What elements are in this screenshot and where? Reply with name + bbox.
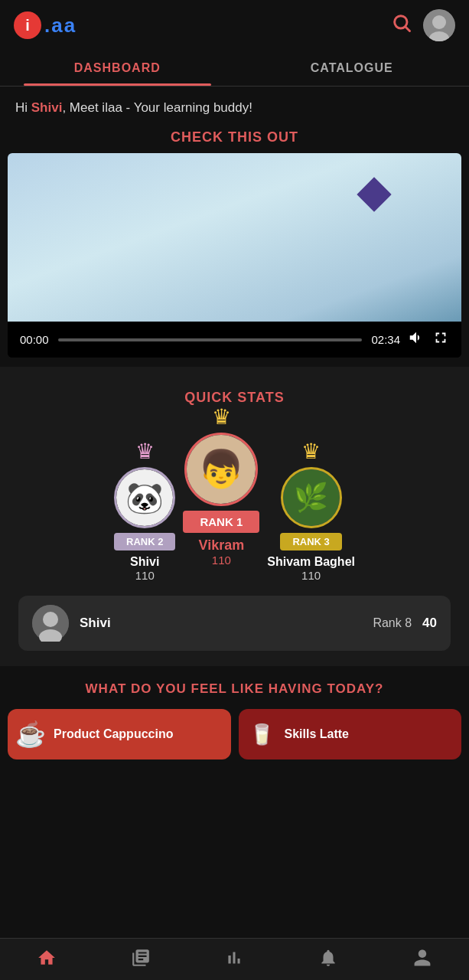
quick-stats-title: QUICK STATS — [11, 390, 458, 406]
rank-score-1: 110 — [212, 554, 231, 567]
rank-score-3: 110 — [301, 569, 321, 582]
svg-point-6 — [43, 612, 58, 627]
rank-name-2: Shivi — [130, 555, 159, 569]
rank-name-1: Vikram — [198, 537, 244, 554]
greeting-name: Shivi — [31, 100, 63, 115]
user-row-avatar — [32, 605, 69, 642]
nav-home[interactable] — [37, 948, 57, 968]
rank-badge-3: RANK 3 — [280, 533, 341, 550]
logo-text: .aa — [44, 14, 77, 38]
tab-catalogue[interactable]: CATALOGUE — [235, 51, 470, 86]
crown-rank2: ♛ — [135, 439, 155, 464]
rank-badge-2: RANK 2 — [114, 533, 175, 550]
crown-rank1: ♛ — [212, 404, 231, 430]
tab-bar: DASHBOARD CATALOGUE — [0, 51, 469, 87]
header-right — [391, 9, 455, 41]
user-row-rank-label: Rank 8 — [373, 616, 412, 630]
panda-avatar: 🐼 — [116, 469, 173, 526]
rank-badge-1: RANK 1 — [183, 511, 259, 533]
user-rank-row: Shivi Rank 8 40 — [18, 596, 451, 651]
svg-point-3 — [432, 15, 446, 29]
svg-line-1 — [405, 27, 409, 31]
rank-name-3: Shivam Baghel — [267, 555, 355, 569]
feel-section: WHAT DO YOU FEEL LIKE HAVING TODAY? ☕ Pr… — [0, 666, 469, 767]
leaderboard: ♛ 🐼 RANK 2 Shivi 110 ♛ 👦 RANK 1 Vikram 1… — [11, 420, 458, 582]
user-row-name: Shivi — [80, 616, 362, 631]
feel-title: WHAT DO YOU FEEL LIKE HAVING TODAY? — [8, 681, 461, 697]
latte-icon: 🥛 — [246, 723, 277, 746]
video-time-total: 02:34 — [371, 333, 400, 346]
feel-card-latte[interactable]: 🥛 Skills Latte — [239, 709, 462, 760]
user-row-score: 40 — [422, 616, 437, 631]
video-player[interactable]: 00:00 02:34 — [8, 153, 461, 358]
rank-card-3: ♛ 🌿 RANK 3 Shivam Baghel 110 — [267, 439, 355, 582]
video-controls: 00:00 02:34 — [8, 322, 461, 358]
feel-cards: ☕ Product Cappuccino 🥛 Skills Latte — [8, 709, 461, 760]
greeting-prefix: Hi — [15, 100, 31, 115]
cappuccino-label: Product Cappuccino — [54, 727, 173, 741]
feel-card-cappuccino[interactable]: ☕ Product Cappuccino — [8, 709, 231, 760]
video-decoration — [357, 177, 391, 211]
video-screen — [8, 153, 461, 322]
logo-icon: i — [14, 11, 41, 39]
video-progress-bar[interactable] — [58, 338, 363, 341]
rank-card-2: ♛ 🐼 RANK 2 Shivi 110 — [114, 439, 175, 582]
bottom-nav — [0, 938, 469, 980]
fullscreen-icon[interactable] — [432, 329, 449, 350]
nav-profile[interactable] — [412, 948, 432, 968]
logo: i .aa — [14, 11, 77, 39]
nav-books[interactable] — [131, 948, 151, 968]
greeting-suffix: , Meet ilaa - Your learning buddy! — [62, 100, 252, 115]
video-time-current: 00:00 — [20, 333, 49, 346]
cappuccino-icon: ☕ — [15, 720, 46, 749]
avatar-rank2: 🐼 — [114, 467, 175, 528]
greeting-text: Hi Shivi, Meet ilaa - Your learning budd… — [0, 87, 469, 122]
main-content: Hi Shivi, Meet ilaa - Your learning budd… — [0, 87, 469, 828]
volume-icon[interactable] — [408, 329, 425, 350]
app-header: i .aa — [0, 0, 469, 51]
rank-card-1: ♛ 👦 RANK 1 Vikram 110 — [183, 404, 259, 567]
quick-stats-section: QUICK STATS ♛ 🐼 RANK 2 Shivi 110 ♛ 👦 RAN… — [0, 367, 469, 666]
nav-stats[interactable] — [224, 948, 244, 968]
avatar-rank1: 👦 — [184, 433, 258, 506]
avatar-rank3: 🌿 — [281, 467, 342, 528]
user-avatar[interactable] — [423, 9, 455, 41]
nav-notifications[interactable] — [318, 948, 338, 968]
check-this-out-title: CHECK THIS OUT — [0, 129, 469, 145]
tab-dashboard[interactable]: DASHBOARD — [0, 51, 235, 86]
latte-label: Skills Latte — [285, 727, 349, 741]
search-icon[interactable] — [391, 12, 412, 39]
crown-rank3: ♛ — [301, 439, 321, 464]
rank-score-2: 110 — [135, 569, 155, 582]
